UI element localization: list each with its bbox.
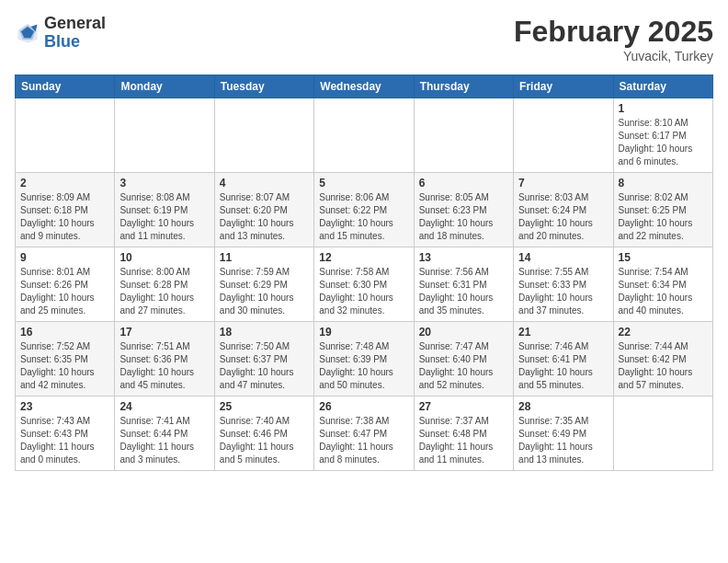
day-number: 12 [319, 251, 408, 264]
day-number: 15 [619, 251, 708, 264]
day-info: Sunrise: 7:51 AM Sunset: 6:36 PM Dayligh… [119, 340, 209, 392]
calendar-cell: 20Sunrise: 7:47 AM Sunset: 6:40 PM Dayli… [414, 322, 513, 396]
day-number: 6 [419, 177, 508, 190]
calendar-week-row-0: 1Sunrise: 8:10 AM Sunset: 6:17 PM Daylig… [16, 98, 713, 173]
day-number: 23 [20, 400, 109, 413]
calendar-cell: 1Sunrise: 8:10 AM Sunset: 6:17 PM Daylig… [613, 98, 712, 173]
title-block: February 2025 Yuvacik, Turkey [514, 15, 713, 63]
col-friday: Friday [514, 75, 613, 98]
calendar-cell [414, 98, 513, 173]
calendar-header-row: Sunday Monday Tuesday Wednesday Thursday… [16, 75, 713, 98]
calendar-cell: 19Sunrise: 7:48 AM Sunset: 6:39 PM Dayli… [314, 322, 414, 396]
day-number: 4 [220, 177, 309, 190]
day-number: 24 [119, 400, 209, 413]
day-number: 1 [619, 102, 708, 115]
calendar-cell: 22Sunrise: 7:44 AM Sunset: 6:42 PM Dayli… [613, 322, 712, 396]
calendar-cell: 26Sunrise: 7:38 AM Sunset: 6:47 PM Dayli… [314, 396, 414, 471]
calendar-cell: 21Sunrise: 7:46 AM Sunset: 6:41 PM Dayli… [514, 322, 613, 396]
day-info: Sunrise: 7:35 AM Sunset: 6:49 PM Dayligh… [518, 415, 608, 466]
calendar-cell: 23Sunrise: 7:43 AM Sunset: 6:43 PM Dayli… [16, 396, 115, 471]
calendar-cell [115, 98, 214, 173]
day-number: 22 [619, 326, 708, 339]
calendar-cell: 4Sunrise: 8:07 AM Sunset: 6:20 PM Daylig… [214, 173, 313, 247]
day-number: 25 [220, 400, 309, 413]
day-info: Sunrise: 7:48 AM Sunset: 6:39 PM Dayligh… [319, 340, 408, 392]
day-info: Sunrise: 8:05 AM Sunset: 6:23 PM Dayligh… [419, 191, 508, 243]
page: General Blue February 2025 Yuvacik, Turk… [0, 0, 728, 486]
day-info: Sunrise: 7:43 AM Sunset: 6:43 PM Dayligh… [20, 415, 109, 466]
calendar-cell: 27Sunrise: 7:37 AM Sunset: 6:48 PM Dayli… [414, 396, 513, 471]
day-number: 21 [518, 326, 608, 339]
day-info: Sunrise: 7:52 AM Sunset: 6:35 PM Dayligh… [20, 340, 109, 392]
day-info: Sunrise: 7:44 AM Sunset: 6:42 PM Dayligh… [619, 340, 708, 392]
day-info: Sunrise: 7:58 AM Sunset: 6:30 PM Dayligh… [319, 266, 408, 317]
location-subtitle: Yuvacik, Turkey [514, 49, 713, 63]
day-number: 3 [119, 177, 209, 190]
calendar-cell: 9Sunrise: 8:01 AM Sunset: 6:26 PM Daylig… [16, 247, 115, 322]
day-number: 19 [319, 326, 408, 339]
calendar-table: Sunday Monday Tuesday Wednesday Thursday… [15, 75, 713, 471]
day-number: 7 [518, 177, 608, 190]
day-number: 2 [20, 177, 109, 190]
day-number: 16 [20, 326, 109, 339]
col-monday: Monday [115, 75, 214, 98]
day-number: 28 [518, 400, 608, 413]
calendar-week-row-4: 23Sunrise: 7:43 AM Sunset: 6:43 PM Dayli… [16, 396, 713, 471]
calendar-cell [613, 396, 712, 471]
day-info: Sunrise: 8:07 AM Sunset: 6:20 PM Dayligh… [220, 191, 309, 243]
calendar-week-row-3: 16Sunrise: 7:52 AM Sunset: 6:35 PM Dayli… [16, 322, 713, 396]
calendar-cell: 7Sunrise: 8:03 AM Sunset: 6:24 PM Daylig… [514, 173, 613, 247]
day-number: 8 [619, 177, 708, 190]
calendar-cell [514, 98, 613, 173]
day-number: 5 [319, 177, 408, 190]
calendar-cell [16, 98, 115, 173]
col-thursday: Thursday [414, 75, 513, 98]
header: General Blue February 2025 Yuvacik, Turk… [15, 15, 713, 63]
calendar-week-row-1: 2Sunrise: 8:09 AM Sunset: 6:18 PM Daylig… [16, 173, 713, 247]
day-number: 9 [20, 251, 109, 264]
month-title: February 2025 [514, 15, 713, 49]
day-info: Sunrise: 8:06 AM Sunset: 6:22 PM Dayligh… [319, 191, 408, 243]
logo: General Blue [15, 15, 106, 52]
day-info: Sunrise: 8:08 AM Sunset: 6:19 PM Dayligh… [119, 191, 209, 243]
calendar-cell [314, 98, 414, 173]
calendar-cell: 8Sunrise: 8:02 AM Sunset: 6:25 PM Daylig… [613, 173, 712, 247]
calendar-cell: 3Sunrise: 8:08 AM Sunset: 6:19 PM Daylig… [115, 173, 214, 247]
day-number: 27 [419, 400, 508, 413]
day-number: 10 [119, 251, 209, 264]
day-info: Sunrise: 8:02 AM Sunset: 6:25 PM Dayligh… [619, 191, 708, 243]
calendar-cell [214, 98, 313, 173]
day-info: Sunrise: 8:00 AM Sunset: 6:28 PM Dayligh… [119, 266, 209, 317]
calendar-cell: 16Sunrise: 7:52 AM Sunset: 6:35 PM Dayli… [16, 322, 115, 396]
day-info: Sunrise: 7:55 AM Sunset: 6:33 PM Dayligh… [518, 266, 608, 317]
calendar-cell: 15Sunrise: 7:54 AM Sunset: 6:34 PM Dayli… [613, 247, 712, 322]
calendar-cell: 25Sunrise: 7:40 AM Sunset: 6:46 PM Dayli… [214, 396, 313, 471]
day-info: Sunrise: 7:37 AM Sunset: 6:48 PM Dayligh… [419, 415, 508, 466]
calendar-cell: 17Sunrise: 7:51 AM Sunset: 6:36 PM Dayli… [115, 322, 214, 396]
calendar-cell: 11Sunrise: 7:59 AM Sunset: 6:29 PM Dayli… [214, 247, 313, 322]
calendar-week-row-2: 9Sunrise: 8:01 AM Sunset: 6:26 PM Daylig… [16, 247, 713, 322]
day-info: Sunrise: 8:10 AM Sunset: 6:17 PM Dayligh… [619, 117, 708, 168]
day-info: Sunrise: 7:50 AM Sunset: 6:37 PM Dayligh… [220, 340, 309, 392]
calendar-cell: 24Sunrise: 7:41 AM Sunset: 6:44 PM Dayli… [115, 396, 214, 471]
logo-icon [15, 20, 40, 46]
day-info: Sunrise: 7:56 AM Sunset: 6:31 PM Dayligh… [419, 266, 508, 317]
calendar-cell: 13Sunrise: 7:56 AM Sunset: 6:31 PM Dayli… [414, 247, 513, 322]
col-tuesday: Tuesday [214, 75, 313, 98]
calendar-cell: 28Sunrise: 7:35 AM Sunset: 6:49 PM Dayli… [514, 396, 613, 471]
day-info: Sunrise: 7:59 AM Sunset: 6:29 PM Dayligh… [220, 266, 309, 317]
day-number: 18 [220, 326, 309, 339]
day-info: Sunrise: 7:47 AM Sunset: 6:40 PM Dayligh… [419, 340, 508, 392]
day-number: 20 [419, 326, 508, 339]
day-number: 14 [518, 251, 608, 264]
col-wednesday: Wednesday [314, 75, 414, 98]
calendar-cell: 12Sunrise: 7:58 AM Sunset: 6:30 PM Dayli… [314, 247, 414, 322]
logo-text: General Blue [44, 15, 106, 52]
logo-general-text: General [44, 15, 106, 33]
calendar-cell: 2Sunrise: 8:09 AM Sunset: 6:18 PM Daylig… [16, 173, 115, 247]
logo-blue-text: Blue [44, 33, 106, 52]
col-saturday: Saturday [613, 75, 712, 98]
col-sunday: Sunday [16, 75, 115, 98]
calendar-cell: 6Sunrise: 8:05 AM Sunset: 6:23 PM Daylig… [414, 173, 513, 247]
day-info: Sunrise: 7:40 AM Sunset: 6:46 PM Dayligh… [220, 415, 309, 466]
